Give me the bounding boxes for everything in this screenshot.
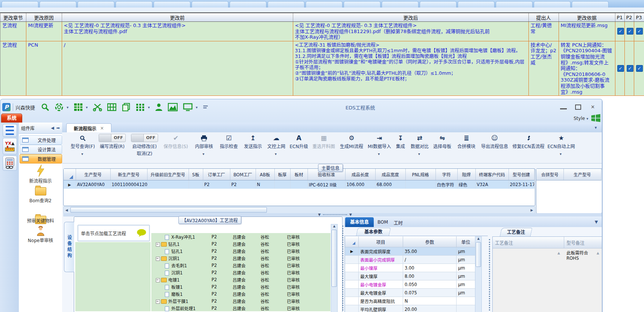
tree-row[interactable]: 外层前处理1P2吕建会谷松已审核 [151, 304, 330, 311]
param-row[interactable]: 最小电镀金厚0.050μm [345, 280, 475, 289]
col-header[interactable]: 成品长度 [345, 169, 375, 180]
tree-row[interactable]: 电镀1P2吕建会谷松已审核 [151, 276, 330, 283]
col-header[interactable]: 订单工厂 [203, 169, 230, 180]
change-row[interactable]: 艺流程 MI流程更新 <见 工艺流程-0 工艺流程规范- 0.3 主体工艺流程组… [0, 22, 644, 41]
col-header[interactable]: BOM工厂 [230, 169, 256, 180]
chart-icon[interactable] [168, 103, 178, 111]
scroll-up-icon[interactable]: ▲ [475, 237, 481, 240]
collapse-node-icon[interactable] [156, 300, 160, 304]
vertical-splitter[interactable] [489, 239, 490, 310]
close-button[interactable]: ✕ [589, 104, 596, 110]
scissors-icon[interactable] [93, 103, 102, 111]
tab-new-flow-instruction[interactable]: 新流程指示× [66, 123, 111, 133]
subtab-basic-params[interactable]: 基本参数 [356, 228, 391, 236]
clipped-tab[interactable] [496, 1, 533, 8]
scroll-right-icon[interactable]: ▶ [529, 208, 535, 212]
param-row[interactable]: 表面最小完成铜厚/μm [345, 256, 475, 264]
style-dropdown[interactable]: Style ▾ [574, 116, 588, 121]
lifering-icon[interactable] [55, 103, 64, 112]
col-header[interactable]: 生产型号 [76, 169, 110, 180]
start-modify-toggle[interactable]: OFF 启动修改(E) 取消(Z) [129, 134, 160, 151]
col-header[interactable]: 终端客户代码 [475, 169, 509, 180]
param-row[interactable]: 是否为高精度阻抗N [345, 297, 475, 305]
ecn-auto-upload-button[interactable]: ★ ECN自动上网 [547, 134, 576, 151]
apps-grid-icon[interactable] [136, 103, 145, 111]
select-all-corner[interactable] [64, 169, 76, 180]
dropdown-caret-icon[interactable]: ▾ [560, 152, 562, 156]
merge-module-button[interactable]: ≣ 合拼模块 [455, 134, 477, 151]
tab-basic-info[interactable]: 基本信息 [345, 217, 374, 227]
export-flow-info-button[interactable]: ☺ 导出流程信息 [479, 134, 510, 151]
col-header[interactable]: AB板 [256, 169, 274, 180]
clipped-tab[interactable] [420, 1, 457, 8]
user-icon[interactable] [155, 103, 163, 111]
integrate-button[interactable]: ↧ 集成 [394, 134, 407, 151]
tree-row[interactable]: 钻孔1P2吕建会谷松已审核 [151, 240, 330, 247]
table-icon[interactable] [74, 103, 83, 111]
splitter-grip[interactable] [323, 214, 347, 215]
repair-ecn-flow-button[interactable]: 修复ECN丢流程 [511, 134, 546, 151]
tab-device-structure[interactable]: 设备结构 [64, 222, 74, 272]
grid-selected-row[interactable]: ▶ AV32A00YA0 10011000041200 P2 P2 N IPC-… [64, 180, 534, 189]
instruction-check-button[interactable]: ☑ 指示检查 [218, 134, 240, 151]
lightning-icon[interactable] [36, 165, 45, 178]
maximize-button[interactable] [575, 105, 581, 110]
send-instruction-button[interactable]: ↥ 发送指示 [242, 134, 264, 151]
col-header[interactable]: 新生产型号 [110, 169, 147, 180]
tree-vertical-scrollbar[interactable]: ▲ [331, 224, 338, 312]
scroll-up-icon[interactable]: ▲ [597, 251, 599, 255]
checkbox-checked-icon[interactable] [627, 65, 633, 72]
col-header[interactable]: 项目 [359, 236, 403, 247]
collapse-node-icon[interactable] [156, 278, 160, 282]
theme-windows-icon[interactable] [591, 114, 601, 123]
ecn-upgrade-button[interactable]: A ECN升级 [288, 134, 309, 151]
scroll-up-icon[interactable]: ▲ [557, 251, 560, 255]
clipped-tab[interactable] [2, 1, 38, 8]
factory-yx-icon[interactable]: YX▲ [3, 138, 17, 154]
collapse-left-icon[interactable]: ◀ [51, 126, 54, 130]
worker-icon[interactable] [37, 226, 45, 237]
tab-work-hours[interactable]: 工时 [394, 220, 403, 226]
checkbox-checked-icon[interactable] [617, 28, 624, 35]
clipped-tab[interactable] [306, 1, 343, 8]
collapse-down-icon[interactable]: ▼ [349, 213, 352, 217]
folder-icon[interactable] [35, 187, 46, 195]
write-flow-toggle[interactable]: OFF 编写流程(R) [97, 134, 127, 151]
tree-row[interactable]: 沉铜1P2吕建会谷松已审核 [151, 254, 330, 262]
collapse-node-icon[interactable] [156, 242, 160, 247]
panel-collapse-icon[interactable]: ▼ [595, 220, 598, 224]
checkbox-checked-icon[interactable] [617, 65, 624, 72]
model-query-button[interactable]: 型号查询(F) [69, 134, 97, 151]
col-header[interactable]: 单位 [457, 236, 475, 247]
clipped-tab[interactable] [40, 1, 76, 8]
change-row[interactable]: 艺流程 PCN / <工艺流程-31 板镀后加磨板/抛光流程> 31.1.图镀铜… [0, 41, 644, 95]
generate-mi-flow-button[interactable]: ⚙ 生成MI流程 [338, 134, 365, 151]
tab-bom[interactable]: BOM [378, 220, 388, 225]
col-header[interactable]: 合拼型号 [536, 169, 563, 180]
dropdown-caret-icon[interactable]: ▾ [148, 105, 150, 109]
clipped-tab[interactable] [458, 1, 495, 8]
col-header[interactable]: 参数 [403, 236, 457, 247]
checkbox-checked-icon[interactable] [636, 65, 643, 72]
close-tab-icon[interactable]: × [100, 126, 104, 131]
sidebar-item-data-management[interactable]: 数据管理 [20, 154, 62, 164]
scrollbar-thumb[interactable] [332, 230, 337, 287]
col-header[interactable]: 升级前旧生产型号 [147, 169, 189, 180]
tool-bom-query[interactable]: Bom查询2 [19, 197, 62, 203]
doc-control-upload-button[interactable]: ☁ 文控上网 [265, 134, 288, 151]
dropdown-caret-icon[interactable]: ▾ [202, 152, 204, 156]
clipped-tab[interactable] [344, 1, 381, 8]
clipped-tab[interactable] [116, 1, 152, 8]
dropdown-caret-icon[interactable]: ▾ [86, 105, 88, 109]
save-info-button[interactable]: ✔ 保存信息(S) [161, 134, 190, 151]
clipped-tab[interactable] [268, 1, 304, 8]
param-row[interactable]: 最大镍厚8.00μm [345, 272, 475, 280]
dropdown-caret-icon[interactable]: ▾ [275, 152, 277, 156]
col-header[interactable]: 生产型号 [563, 169, 601, 180]
tree-row[interactable]: 钻孔1P2吕建会谷松已审核 [151, 247, 330, 254]
mi-data-import-button[interactable]: ⇥ MI数据导入 [366, 134, 393, 151]
search-icon[interactable] [41, 103, 49, 111]
tree-row[interactable]: 板镀1P2吕建会谷松已审核 [151, 283, 330, 290]
copy-icon[interactable] [122, 103, 131, 111]
tab-process-notes[interactable]: 工艺备注 [499, 228, 532, 237]
